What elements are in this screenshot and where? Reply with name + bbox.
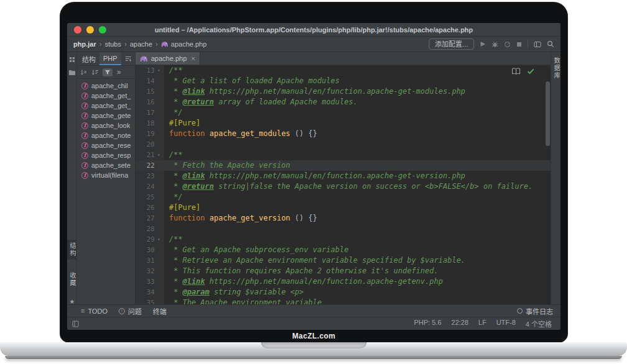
code-line[interactable]: /** — [169, 150, 551, 160]
code-line[interactable]: * Get a list of loaded Apache modules — [169, 76, 551, 86]
structure-tool-button[interactable]: 结构 — [67, 240, 77, 260]
tool-window-button[interactable]: ≡TODO — [81, 307, 108, 315]
fold-icon[interactable]: ▾ — [155, 68, 163, 73]
breadcrumb-item[interactable]: php.jar — [73, 40, 96, 48]
breadcrumb-item[interactable]: apache — [130, 40, 152, 48]
status-segment[interactable]: LF — [478, 319, 487, 329]
editor-scrollbar[interactable] — [546, 81, 550, 146]
add-configuration-button[interactable]: 添加配置... — [429, 39, 474, 50]
structure-item[interactable]: fapache_sete — [77, 160, 135, 170]
profiler-icon[interactable] — [504, 41, 511, 48]
structure-tab-php[interactable]: PHP — [99, 52, 121, 65]
code-line[interactable]: * The Apache environment variable — [169, 298, 551, 304]
code-line[interactable]: function apache_get_modules () {} — [169, 129, 551, 139]
close-window-button[interactable] — [74, 26, 81, 34]
run-toolbar: 添加配置... — [429, 39, 554, 50]
inspections-ok-check-icon[interactable] — [527, 68, 534, 75]
tool-window-switcher-icon[interactable] — [72, 321, 79, 327]
code-line[interactable]: /** — [169, 65, 551, 76]
structure-item[interactable]: fvirtual(filena — [77, 170, 135, 180]
line-number: 24 — [139, 183, 155, 191]
fold-icon[interactable]: ▾ — [155, 237, 163, 242]
close-tab-icon[interactable]: × — [191, 55, 195, 62]
window-titlebar: untitled – /Applications/PhpStorm.app/Co… — [67, 23, 561, 37]
code-line[interactable]: * Retrieve an Apache environment variabl… — [169, 255, 551, 266]
folder-icon[interactable] — [68, 70, 75, 75]
code-line[interactable]: * Fetch the Apache version — [164, 160, 551, 171]
database-tool-button[interactable]: 数据库 — [551, 55, 561, 82]
tool-window-button[interactable]: 终端 — [153, 306, 167, 316]
line-number: 21 — [139, 151, 155, 159]
structure-item-label: apache_get_ — [91, 102, 131, 109]
event-log-icon — [517, 308, 523, 314]
code-line[interactable]: function apache_get_version () {} — [169, 213, 551, 224]
structure-item[interactable]: fapache_look — [77, 121, 135, 130]
star-icon[interactable]: ★ — [67, 298, 77, 305]
breadcrumb-item[interactable]: stubs — [105, 40, 121, 48]
laptop-brand-text: MacZL.com — [60, 330, 567, 342]
debug-icon[interactable] — [492, 41, 498, 48]
code-line[interactable]: #[Pure] — [169, 118, 551, 129]
code-line[interactable]: * @link https://php.net/manual/en/functi… — [169, 276, 551, 287]
code-line[interactable] — [169, 139, 551, 150]
code-line[interactable]: */ — [169, 107, 551, 118]
event-log-button[interactable]: 事件日志 — [517, 306, 553, 316]
structure-item[interactable]: fapache_get_ — [77, 91, 135, 101]
code-line[interactable]: * @return array of loaded Apache modules… — [169, 97, 551, 107]
code-line[interactable]: #[Pure] — [169, 202, 551, 213]
fold-icon[interactable]: ▾ — [155, 152, 163, 158]
sort-by-visibility-icon[interactable] — [91, 69, 99, 76]
svg-text:a: a — [84, 69, 86, 73]
minimize-window-button[interactable] — [86, 26, 94, 34]
tool-window-button[interactable]: !问题 — [119, 306, 142, 316]
grid-icon[interactable] — [69, 57, 75, 63]
editor-tab-apache-php[interactable]: apache.php × — [135, 52, 200, 65]
structure-item-label: apache_get_ — [91, 92, 131, 99]
reader-mode-icon[interactable] — [511, 68, 521, 75]
structure-item[interactable]: fapache_resp — [77, 150, 135, 160]
breadcrumb: php.jar›stubs›apache›apache.php — [73, 40, 207, 48]
stop-icon[interactable] — [516, 42, 522, 47]
function-icon: f — [81, 172, 88, 179]
function-icon: f — [81, 152, 88, 159]
line-number: 17 — [139, 109, 155, 117]
code-line[interactable] — [169, 224, 551, 234]
filter-icon[interactable] — [103, 68, 112, 76]
code-line[interactable]: * @param string $variable <p> — [169, 287, 551, 298]
toolbar-divider — [528, 40, 528, 48]
code-line[interactable]: */ — [169, 192, 551, 202]
code-line[interactable]: * @link https://php.net/manual/en/functi… — [169, 171, 551, 181]
page-background: untitled – /Applications/PhpStorm.app/Co… — [0, 0, 627, 364]
function-icon: f — [81, 162, 88, 169]
run-icon[interactable] — [480, 41, 486, 47]
tool-windows-icon[interactable] — [534, 41, 541, 48]
line-number: 34 — [139, 288, 155, 296]
sort-alphabetically-icon[interactable]: a — [80, 69, 88, 76]
laptop-base — [0, 342, 627, 356]
code-line[interactable]: /** — [169, 234, 551, 245]
favorites-tool-button[interactable]: 收藏 — [67, 270, 77, 289]
line-number: 27 — [139, 214, 155, 222]
structure-item[interactable]: fapache_rese — [77, 140, 135, 150]
structure-toolbar: a » — [77, 65, 135, 79]
structure-item[interactable]: fapache_chil — [77, 81, 135, 91]
code-line[interactable]: * Get an Apache subprocess_env variable — [169, 245, 551, 255]
code-line[interactable]: * This function requires Apache 2 otherw… — [169, 266, 551, 276]
code-line[interactable]: * @link https://php.net/manual/en/functi… — [169, 86, 551, 97]
more-options-icon[interactable]: » — [117, 68, 121, 76]
status-segment[interactable]: 4 个空格 — [526, 319, 552, 329]
breadcrumb-item[interactable]: apache.php — [161, 40, 207, 48]
zoom-window-button[interactable] — [99, 26, 106, 34]
line-number: 31 — [139, 257, 155, 265]
code-line[interactable]: * @return string|false the Apache versio… — [169, 181, 551, 192]
status-segment[interactable]: 22:28 — [451, 319, 469, 329]
search-everywhere-icon[interactable] — [547, 40, 554, 48]
editor-body: 13▾1415161718192021▾2223242526272829▾303… — [135, 65, 551, 304]
structure-item[interactable]: fapache_gete — [77, 111, 135, 121]
status-segment[interactable]: UTF-8 — [497, 319, 516, 329]
structure-item[interactable]: fapache_get_ — [77, 101, 135, 111]
structure-item[interactable]: fapache_note — [77, 130, 135, 140]
sort-settings-icon[interactable] — [125, 56, 132, 61]
status-segment[interactable]: PHP: 5.6 — [414, 319, 441, 329]
breadcrumb-separator-icon: › — [99, 40, 102, 48]
